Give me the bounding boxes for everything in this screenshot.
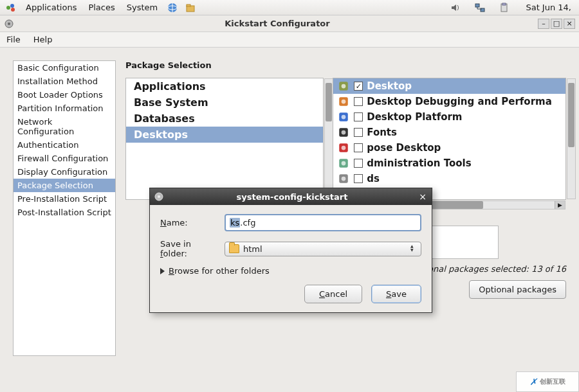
dialog-close-button[interactable]: × (418, 192, 428, 202)
category-list: ApplicationsBase SystemDatabasesDesktops (125, 78, 324, 200)
menu-file[interactable]: File (0, 33, 27, 46)
sidebar-item[interactable]: Boot Loader Options (14, 88, 115, 102)
package-checkbox[interactable] (354, 143, 363, 152)
package-name: ds (367, 173, 380, 184)
svg-point-16 (342, 100, 346, 104)
svg-point-24 (342, 161, 346, 166)
package-item[interactable]: Desktop Debugging and Performa (333, 94, 565, 109)
package-item[interactable]: ds (333, 171, 565, 186)
package-type-icon (337, 111, 350, 123)
package-type-icon (337, 126, 350, 139)
panel-left: Applications Places System (3, 1, 199, 13)
package-checkbox[interactable] (354, 128, 363, 137)
package-checkbox[interactable]: ✓ (354, 82, 363, 91)
window-titlebar: Kickstart Configurator – □ × (0, 15, 579, 32)
folder-label: Save in folder: (160, 239, 218, 258)
file-manager-launcher-icon[interactable] (185, 2, 196, 13)
package-name: dministration Tools (367, 157, 471, 169)
category-item[interactable]: Databases (126, 111, 323, 127)
panel-places[interactable]: Places (83, 1, 120, 13)
panel-clock[interactable]: Sat Jun 14, (520, 1, 576, 13)
window-maximize-button[interactable]: □ (551, 19, 562, 29)
svg-point-26 (342, 177, 346, 181)
optional-packages-button[interactable]: Optional packages (469, 280, 566, 299)
svg-rect-7 (475, 4, 479, 7)
package-checkbox[interactable] (354, 112, 363, 121)
package-name: Desktop Platform (367, 111, 462, 123)
category-scrollbar[interactable] (324, 78, 333, 199)
package-type-icon (337, 141, 350, 154)
package-type-icon (337, 172, 350, 185)
svg-point-2 (11, 8, 15, 12)
package-type-icon (337, 157, 350, 170)
save-dialog: system-config-kickstart × Name: ks.cfg S… (149, 188, 432, 313)
sidebar-item[interactable]: Partition Information (14, 102, 115, 115)
package-checkbox[interactable] (354, 159, 363, 168)
sidebar-item[interactable]: Installation Method (14, 75, 115, 88)
watermark-text: 创新互联 (540, 377, 565, 386)
sidebar-item[interactable]: Basic Configuration (14, 61, 115, 75)
package-name: Desktop Debugging and Performa (367, 96, 552, 107)
panel-applications[interactable]: Applications (21, 1, 82, 13)
package-scrollbar-v[interactable] (567, 78, 576, 199)
svg-point-28 (158, 195, 160, 198)
watermark: ✗ 创新互联 (516, 371, 579, 392)
sidebar-item[interactable]: Pre-Installation Script (14, 192, 115, 206)
panel-right: Sat Jun 14, (447, 1, 576, 13)
svg-point-18 (342, 115, 346, 120)
combo-spinner-icon[interactable]: ▲▼ (410, 244, 417, 253)
sidebar-item[interactable]: Post-Installation Script (14, 206, 115, 219)
package-checkbox[interactable] (354, 97, 363, 106)
category-item[interactable]: Applications (126, 78, 323, 94)
sidebar-item[interactable]: Authentication (14, 138, 115, 152)
window-close-button[interactable]: × (564, 19, 575, 29)
package-item[interactable]: Desktop Platform (333, 109, 565, 125)
sidebar-item[interactable]: Display Configuration (14, 165, 115, 179)
package-item[interactable]: ✓Desktop (333, 78, 565, 94)
dialog-title: system-config-kickstart (167, 192, 418, 202)
package-type-icon (337, 95, 350, 108)
folder-combo[interactable]: html ▲▼ (225, 242, 421, 256)
menu-help[interactable]: Help (27, 33, 59, 46)
package-list: ✓DesktopDesktop Debugging and PerformaDe… (333, 78, 566, 200)
volume-icon[interactable] (450, 2, 461, 13)
dialog-icon (154, 192, 164, 202)
expander-arrow-icon (160, 268, 165, 274)
browser-launcher-icon[interactable] (167, 2, 178, 13)
network-icon[interactable] (474, 2, 486, 13)
watermark-logo-icon: ✗ (529, 377, 537, 387)
svg-point-20 (342, 130, 346, 135)
panel-system[interactable]: System (122, 1, 163, 13)
section-sidebar: Basic ConfigurationInstallation MethodBo… (13, 60, 116, 356)
distro-logo-icon (5, 2, 17, 13)
sidebar-item[interactable]: Network Configuration (14, 115, 115, 138)
folder-value: html (243, 244, 262, 254)
window-title: Kickstart Configurator (18, 19, 537, 28)
sidebar-item[interactable]: Package Selection (14, 179, 115, 192)
svg-rect-6 (187, 4, 190, 6)
category-item[interactable]: Base System (126, 94, 323, 111)
browse-expander[interactable]: Browse for other folders (160, 266, 421, 276)
package-item[interactable]: dministration Tools (333, 156, 565, 171)
dialog-body: Name: ks.cfg Save in folder: html ▲▼ Bro… (150, 205, 432, 312)
package-name: Fonts (367, 127, 397, 138)
cancel-button[interactable]: Cancel (304, 285, 362, 303)
category-item[interactable]: Desktops (126, 127, 323, 143)
package-item[interactable]: Fonts (333, 125, 565, 140)
name-label: Name: (160, 218, 218, 227)
package-item[interactable]: pose Desktop (333, 140, 565, 156)
svg-point-14 (342, 84, 346, 89)
filename-input[interactable]: ks.cfg (225, 214, 421, 231)
package-type-icon (337, 80, 350, 93)
sidebar-item[interactable]: Firewall Configuration (14, 152, 115, 165)
package-checkbox[interactable] (354, 174, 363, 183)
clipboard-icon[interactable] (499, 2, 510, 13)
dialog-titlebar: system-config-kickstart × (150, 188, 432, 205)
window-minimize-button[interactable]: – (538, 19, 549, 29)
svg-point-0 (6, 6, 10, 10)
selection-panels: ApplicationsBase SystemDatabasesDesktops… (125, 78, 566, 200)
svg-point-22 (342, 146, 346, 150)
package-name: Desktop (367, 80, 412, 92)
save-button[interactable]: Save (371, 285, 421, 303)
svg-point-12 (8, 22, 10, 25)
